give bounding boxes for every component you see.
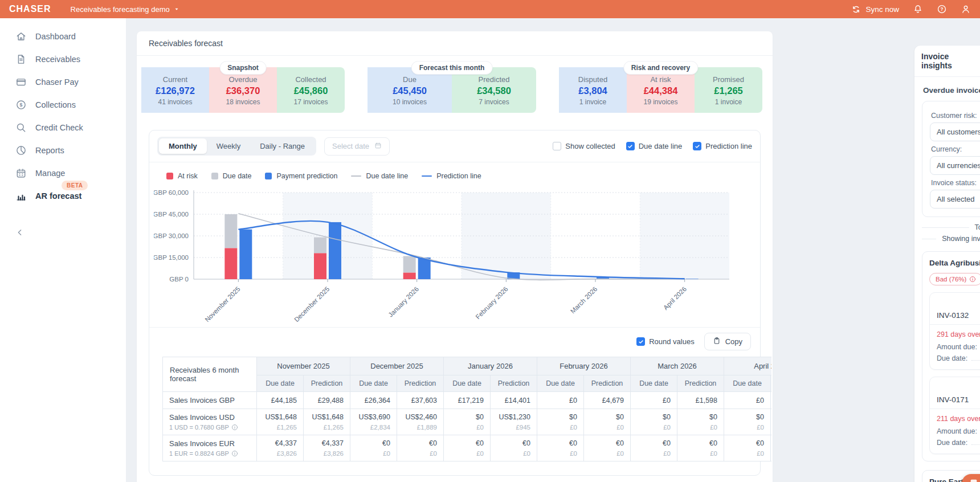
forecast-chart[interactable]: GBP 0GBP 15,000GBP 30,000GBP 45,000GBP 6… [149, 181, 760, 327]
table-subheader: Due date [257, 375, 304, 392]
sidebar-item-receivables[interactable]: Receivables [0, 48, 126, 71]
toggle-show-collected[interactable]: Show collected [553, 142, 615, 150]
converted-value: £0 [403, 450, 437, 457]
table-subheader: Due date [444, 375, 491, 392]
info-icon[interactable] [231, 450, 238, 457]
svg-text:?: ? [940, 7, 943, 12]
tab-daily-range[interactable]: Daily - Range [250, 138, 315, 154]
filter-select-invoice-status-[interactable]: All selected [930, 190, 980, 209]
stat-value: £44,384 [630, 85, 691, 96]
sidebar-item-ar-forecast[interactable]: AR forecastBETA [0, 185, 126, 207]
table-value-cell: £17,219 [444, 392, 491, 409]
clipboard-icon [713, 337, 721, 346]
invoice-card[interactable]: OVERDUEINV-0171211 days overdueAmount du… [929, 377, 980, 454]
round-values-checkbox[interactable] [636, 337, 645, 346]
stat-invoice-count: 17 invoices [280, 98, 341, 106]
converted-value: £0 [684, 450, 717, 457]
stat-card-promised[interactable]: Promised£1,2651 invoice [695, 67, 762, 113]
toggle-due-date-line[interactable]: Due date line [626, 142, 683, 150]
table-value-cell: $0£0 [631, 409, 677, 435]
dollar-icon: $ [15, 99, 27, 111]
stat-value: £1,265 [698, 85, 759, 96]
sidebar-item-label: AR forecast [35, 191, 81, 201]
checkbox[interactable] [693, 142, 701, 150]
stat-group-label: Risk and recovery [623, 61, 698, 75]
checkbox[interactable] [626, 142, 635, 150]
help-circle-icon[interactable]: ? [937, 4, 947, 14]
converted-value: £2,834 [357, 424, 390, 431]
table-value-cell: $0£0 [537, 409, 584, 435]
table-subheader: Prediction [304, 375, 350, 392]
sidebar-item-dashboard[interactable]: Dashboard [0, 25, 126, 48]
table-value-cell: €0£0 [584, 435, 631, 461]
stat-card-collected[interactable]: Collected£45,86017 invoices [277, 67, 345, 113]
sidebar-item-label: Reports [35, 146, 64, 155]
table-month-header: February 2026 [537, 357, 631, 375]
filter-value: All customers [937, 128, 980, 136]
table-subheader: Due date [537, 375, 584, 392]
filter-select-currency-[interactable]: All currencies [930, 156, 980, 175]
filter-label: Customer risk: [931, 112, 980, 120]
stat-card-current[interactable]: Current£126,97241 invoices [141, 67, 209, 113]
stat-value: £3,804 [562, 85, 623, 96]
search-icon [15, 122, 27, 133]
amount-due-label: Amount due: [937, 427, 977, 435]
sidebar-item-label: Credit Check [35, 123, 83, 132]
filter-select-customer-risk-[interactable]: All customers [930, 122, 980, 141]
select-date-button[interactable]: Select date [324, 137, 390, 156]
invoice-insights-panel: Invoice insights Table Export Overdue in… [914, 46, 980, 482]
toggle-prediction-line[interactable]: Prediction line [693, 142, 752, 150]
user-profile-icon[interactable] [961, 4, 971, 14]
svg-text:GBP 15,000: GBP 15,000 [154, 254, 189, 261]
converted-value: £0 [544, 424, 577, 431]
tab-weekly[interactable]: Weekly [207, 138, 250, 154]
converted-value: £3,826 [263, 450, 297, 457]
table-subheader: Prediction [491, 375, 537, 392]
copy-button[interactable]: Copy [704, 333, 751, 350]
sidebar-collapse-button[interactable] [0, 222, 126, 245]
customer-card[interactable]: Delta AgribusinessBad (76%)Avg 45 days t… [922, 251, 980, 461]
round-values-toggle[interactable]: Round values [636, 337, 695, 346]
tab-monthly[interactable]: Monthly [159, 138, 207, 154]
sync-now-button[interactable]: Sync now [851, 5, 899, 14]
notifications-bell-icon[interactable] [913, 4, 923, 14]
svg-text:March 2026: March 2026 [569, 285, 598, 314]
forecast-chart-card: MonthlyWeeklyDaily - Range Select date S… [149, 130, 761, 476]
sidebar-item-credit-check[interactable]: Credit Check [0, 116, 126, 139]
table-tools-row: Round values Copy [149, 327, 760, 356]
stat-card-disputed[interactable]: Disputed£3,8041 invoice [559, 67, 627, 113]
stat-group: SnapshotCurrent£126,97241 invoicesOverdu… [141, 67, 345, 113]
table-value-cell: $0£0 [444, 409, 491, 435]
info-icon[interactable] [231, 424, 238, 431]
filter-label: Currency: [931, 145, 980, 153]
currency-rate-note: 1 USD = 0.7680 GBP [169, 424, 250, 431]
filter-label: Invoice status: [931, 179, 980, 187]
table-subheader: Prediction [584, 375, 631, 392]
converted-value: £0 [590, 424, 624, 431]
main-content: Receivables forecast SnapshotCurrent£126… [126, 18, 980, 482]
chart-legend: At riskDue datePayment predictionDue dat… [149, 162, 760, 181]
checkbox[interactable] [553, 142, 561, 150]
table-subheader: Prediction [397, 375, 444, 392]
calendar-icon [374, 142, 382, 151]
sidebar-item-collections[interactable]: $Collections [0, 93, 126, 116]
currency-rate-note: 1 EUR = 0.8824 GBP [169, 450, 250, 457]
sidebar-item-reports[interactable]: Reports [0, 139, 126, 162]
table-value-cell: US$1,230£945 [491, 409, 537, 435]
table-value-cell: £37,603 [397, 392, 444, 409]
workspace-switcher[interactable]: Receivables forecasting demo [71, 5, 179, 14]
sidebar-item-chaser-pay[interactable]: Chaser Pay [0, 71, 126, 93]
converted-value: £0 [730, 424, 764, 431]
converted-value: £0 [497, 450, 530, 457]
table-value-cell: US$1,648£1,265 [304, 409, 350, 435]
table-corner-label: Receivables 6 month forecast [163, 357, 257, 392]
converted-value: £0 [637, 450, 671, 457]
overdue-invoices-title: Overdue invoices [923, 86, 980, 95]
customer-risk-badge[interactable]: Bad (76%) [929, 273, 980, 285]
table-value-cell: €0£0 [724, 435, 771, 461]
svg-text:April 2026: April 2026 [662, 285, 688, 311]
stat-invoice-count: 7 invoices [455, 98, 533, 106]
legend-line-swatch [351, 175, 361, 177]
invoice-card[interactable]: OLDESTOVERDUEINV-0132291 days overdueAmo… [929, 292, 980, 370]
page-title: Receivables forecast [137, 31, 773, 56]
